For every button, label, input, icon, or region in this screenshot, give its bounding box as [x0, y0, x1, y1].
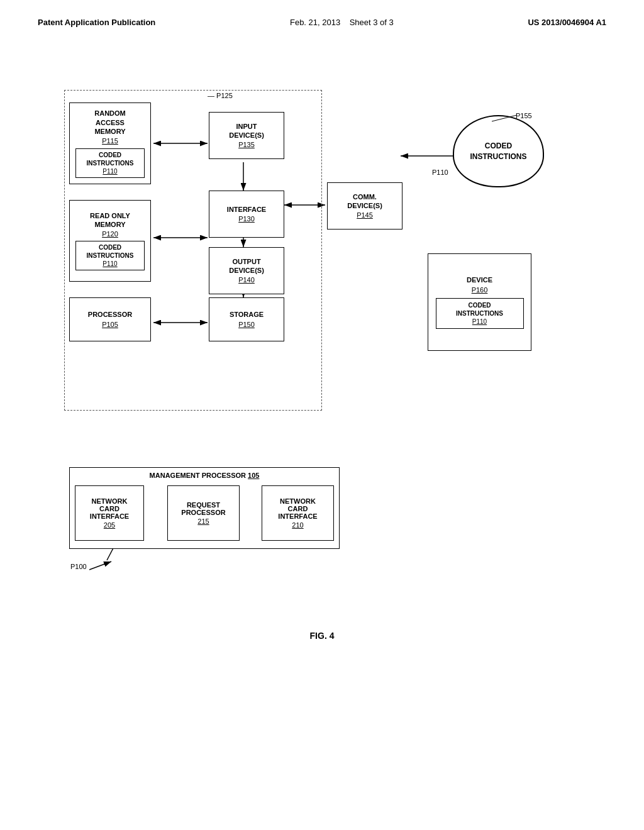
p155-line: [479, 112, 530, 124]
management-processor-box: MANAGEMENT PROCESSOR 105 NETWORKCARDINTE…: [69, 467, 340, 549]
nci-left-box: NETWORKCARDINTERFACE 205: [75, 485, 144, 541]
comm-device-box: COMM.DEVICE(S) P145: [327, 182, 402, 230]
rom-label: READ ONLYMEMORY: [90, 211, 130, 230]
rom-coded-label: CODEDINSTRUCTIONS: [78, 243, 142, 260]
storage-box: STORAGE P150: [209, 297, 284, 341]
nci-right-label: NETWORKCARDINTERFACE: [278, 497, 317, 520]
page-header: Patent Application Publication Feb. 21, …: [0, 0, 644, 27]
nci-left-label: NETWORKCARDINTERFACE: [90, 497, 129, 520]
nci-right-id: 210: [292, 521, 303, 529]
device-box: DEVICE P160 CODEDINSTRUCTIONS P110: [428, 253, 531, 351]
comm-label: COMM.DEVICE(S): [347, 192, 382, 211]
req-proc-label: REQUESTPROCESSOR: [181, 501, 225, 516]
svg-line-15: [492, 115, 517, 121]
output-label: OUTPUTDEVICE(S): [229, 257, 264, 275]
processor-label: PROCESSOR: [88, 310, 132, 319]
output-device-box: OUTPUTDEVICE(S) P140: [209, 247, 284, 294]
header-left: Patent Application Publication: [38, 18, 155, 27]
interface-box: INTERFACE P130: [209, 191, 284, 238]
request-processor-box: REQUESTPROCESSOR 215: [167, 485, 240, 541]
figure-caption: FIG. 4: [0, 631, 644, 641]
interface-label: INTERFACE: [227, 205, 266, 214]
p100-label: P100: [70, 560, 114, 573]
device-id: P160: [472, 285, 488, 294]
interface-id: P130: [238, 214, 255, 223]
device-label: DEVICE: [467, 275, 492, 284]
device-coded-id: P110: [439, 318, 521, 326]
ram-box: RANDOMACCESSMEMORY P115 CODEDINSTRUCTION…: [69, 102, 151, 184]
storage-label: STORAGE: [230, 310, 264, 319]
coded-oval-label: CODEDINSTRUCTIONS: [470, 141, 527, 162]
diagram-container: ― P125 RANDOMACCESSMEMORY P115 CODEDINST…: [52, 52, 592, 618]
comm-id: P145: [357, 211, 373, 219]
ram-coded-id: P110: [78, 167, 142, 175]
input-device-box: INPUTDEVICE(S) P135: [209, 112, 284, 159]
ram-coded-label: CODEDINSTRUCTIONS: [78, 151, 142, 167]
header-center: Feb. 21, 2013 Sheet 3 of 3: [290, 18, 394, 27]
output-id: P140: [238, 275, 255, 284]
header-right: US 2013/0046904 A1: [528, 18, 606, 27]
mgmt-title: MANAGEMENT PROCESSOR 105: [70, 472, 339, 479]
ram-id: P115: [102, 136, 118, 145]
storage-id: P150: [238, 320, 255, 329]
input-id: P135: [238, 140, 255, 149]
rom-box: READ ONLYMEMORY P120 CODEDINSTRUCTIONS P…: [69, 200, 151, 282]
ram-label: RANDOMACCESSMEMORY: [94, 109, 126, 136]
svg-line-16: [89, 562, 111, 570]
p100-arrow: [89, 560, 114, 573]
device-coded-label: CODEDINSTRUCTIONS: [439, 301, 521, 318]
req-proc-id: 215: [197, 517, 209, 525]
processor-id: P105: [102, 320, 118, 329]
rom-coded-id: P110: [78, 260, 142, 268]
p110-ref-label: P110: [432, 169, 448, 176]
p125-label: ― P125: [208, 92, 233, 99]
nci-right-box: NETWORKCARDINTERFACE 210: [262, 485, 334, 541]
coded-instructions-oval: CODEDINSTRUCTIONS: [453, 115, 544, 187]
nci-left-id: 205: [104, 521, 115, 529]
input-label: INPUTDEVICE(S): [229, 122, 264, 140]
rom-id: P120: [102, 230, 118, 238]
processor-box: PROCESSOR P105: [69, 297, 151, 341]
